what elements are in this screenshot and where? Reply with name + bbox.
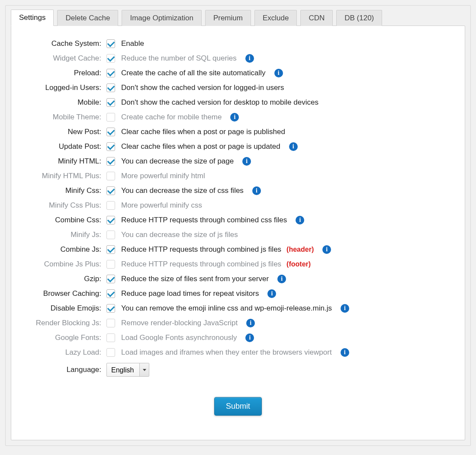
control-widget_cache: Reduce the number of SQL queriesi	[106, 54, 254, 63]
desc-minify_html_plus: More powerful minify html	[121, 172, 205, 180]
checkbox-gzip[interactable]	[106, 275, 115, 283]
checkbox-google_fonts[interactable]	[106, 333, 115, 342]
checkbox-minify_html[interactable]	[106, 157, 115, 166]
checkbox-new_post[interactable]	[106, 128, 115, 136]
checkbox-disable_emojis[interactable]	[106, 304, 115, 313]
checkbox-cache_system[interactable]	[106, 39, 115, 48]
control-browser_caching: Reduce page load times for repeat visito…	[106, 289, 276, 298]
control-minify_css: You can decrease the size of css filesi	[106, 186, 261, 195]
info-icon[interactable]: i	[245, 54, 254, 63]
row-combine_js: Combine Js:Reduce HTTP requests through …	[20, 242, 456, 257]
label-cache_system: Cache System:	[20, 39, 106, 48]
info-icon[interactable]: i	[277, 275, 286, 283]
tab-premium[interactable]: Premium	[205, 10, 251, 26]
label-minify_css: Minify Css:	[20, 186, 106, 195]
row-mobile_theme: Mobile Theme:Create cache for mobile the…	[20, 110, 456, 125]
tab-exclude[interactable]: Exclude	[254, 10, 297, 26]
control-minify_html_plus: More powerful minify html	[106, 172, 205, 180]
tab-image-optimization[interactable]: Image Optimization	[122, 10, 201, 26]
label-browser_caching: Browser Caching:	[20, 289, 106, 298]
control-google_fonts: Load Google Fonts asynchronouslyi	[106, 333, 254, 342]
desc-gzip: Reduce the size of files sent from your …	[121, 275, 269, 283]
label-minify_html: Minify HTML:	[20, 157, 106, 166]
submit-button[interactable]: Submit	[214, 397, 262, 416]
desc-google_fonts: Load Google Fonts asynchronously	[121, 333, 237, 342]
label-logged_in: Logged-in Users:	[20, 83, 106, 92]
label-minify_css_plus: Minify Css Plus:	[20, 201, 106, 210]
tab-db-120-[interactable]: DB (120)	[336, 10, 382, 26]
checkbox-combine_js[interactable]	[106, 245, 115, 254]
control-minify_js: You can decrease the size of js files	[106, 231, 238, 239]
info-icon[interactable]: i	[322, 245, 331, 254]
info-icon[interactable]: i	[341, 304, 349, 313]
info-icon[interactable]: i	[267, 289, 276, 298]
checkbox-mobile[interactable]	[106, 98, 115, 107]
control-logged_in: Don't show the cached version for logged…	[106, 83, 284, 92]
checkbox-combine_css[interactable]	[106, 216, 115, 224]
checkbox-minify_js[interactable]	[106, 231, 115, 239]
desc-combine_js: Reduce HTTP requests through combined js…	[121, 245, 281, 254]
info-icon[interactable]: i	[289, 142, 298, 151]
info-icon[interactable]: i	[296, 216, 304, 224]
settings-panel: Cache System:EnableWidget Cache:Reduce t…	[11, 26, 465, 440]
checkbox-browser_caching[interactable]	[106, 289, 115, 298]
tab-delete-cache[interactable]: Delete Cache	[57, 10, 118, 26]
row-combine_css: Combine Css:Reduce HTTP requests through…	[20, 213, 456, 228]
checkbox-logged_in[interactable]	[106, 83, 115, 92]
desc-combine_js_plus: Reduce HTTP requests through combined js…	[121, 260, 281, 269]
checkbox-render_blocking_js[interactable]	[106, 319, 115, 327]
control-minify_html: You can decrease the size of pagei	[106, 157, 251, 166]
control-combine_css: Reduce HTTP requests through combined cs…	[106, 216, 304, 224]
checkbox-minify_css_plus[interactable]	[106, 201, 115, 210]
checkbox-mobile_theme[interactable]	[106, 113, 115, 122]
checkbox-minify_html_plus[interactable]	[106, 172, 115, 180]
info-icon[interactable]: i	[230, 113, 239, 122]
label-combine_css: Combine Css:	[20, 216, 106, 224]
desc-minify_js: You can decrease the size of js files	[121, 231, 238, 239]
info-icon[interactable]: i	[274, 69, 283, 77]
row-minify_css: Minify Css:You can decrease the size of …	[20, 183, 456, 198]
info-icon[interactable]: i	[245, 333, 254, 342]
info-icon[interactable]: i	[252, 186, 261, 195]
info-icon[interactable]: i	[341, 348, 349, 357]
label-widget_cache: Widget Cache:	[20, 54, 106, 63]
label-gzip: Gzip:	[20, 275, 106, 283]
label-mobile: Mobile:	[20, 98, 106, 107]
desc-minify_css_plus: More powerful minify css	[121, 201, 202, 210]
info-icon[interactable]: i	[242, 157, 251, 166]
checkbox-widget_cache[interactable]	[106, 54, 115, 63]
badge-combine_js_plus: (footer)	[286, 260, 311, 268]
checkbox-preload[interactable]	[106, 69, 115, 77]
row-combine_js_plus: Combine Js Plus:Reduce HTTP requests thr…	[20, 257, 456, 272]
row-widget_cache: Widget Cache:Reduce the number of SQL qu…	[20, 51, 456, 66]
control-lazy_load: Load images and iframes when they enter …	[106, 348, 349, 357]
label-combine_js_plus: Combine Js Plus:	[20, 260, 106, 269]
row-disable_emojis: Disable Emojis:You can remove the emoji …	[20, 301, 456, 316]
desc-new_post: Clear cache files when a post or page is…	[121, 128, 285, 136]
language-select[interactable]: English	[106, 363, 149, 377]
info-icon[interactable]: i	[246, 319, 255, 327]
row-preload: Preload:Create the cache of all the site…	[20, 66, 456, 80]
label-combine_js: Combine Js:	[20, 245, 106, 254]
checkbox-combine_js_plus[interactable]	[106, 260, 115, 269]
desc-mobile_theme: Create cache for mobile theme	[121, 113, 222, 122]
tab-settings[interactable]: Settings	[11, 10, 54, 26]
row-minify_html_plus: Minify HTML Plus:More powerful minify ht…	[20, 169, 456, 183]
row-render_blocking_js: Render Blocking Js:Remove render-blockin…	[20, 316, 456, 330]
checkbox-update_post[interactable]	[106, 142, 115, 151]
control-mobile: Don't show the cached version for deskto…	[106, 98, 318, 107]
language-select-wrap: English	[106, 363, 149, 377]
desc-disable_emojis: You can remove the emoji inline css and …	[121, 304, 332, 313]
desc-combine_css: Reduce HTTP requests through combined cs…	[121, 216, 287, 224]
label-render_blocking_js: Render Blocking Js:	[20, 319, 106, 327]
tab-cdn[interactable]: CDN	[300, 10, 333, 26]
label-lazy_load: Lazy Load:	[20, 348, 106, 357]
label-new_post: New Post:	[20, 128, 106, 136]
label-minify_js: Minify Js:	[20, 231, 106, 239]
control-combine_js: Reduce HTTP requests through combined js…	[106, 245, 331, 254]
checkbox-minify_css[interactable]	[106, 186, 115, 195]
row-logged_in: Logged-in Users:Don't show the cached ve…	[20, 80, 456, 95]
row-browser_caching: Browser Caching:Reduce page load times f…	[20, 286, 456, 301]
checkbox-lazy_load[interactable]	[106, 348, 115, 357]
desc-logged_in: Don't show the cached version for logged…	[121, 83, 284, 92]
